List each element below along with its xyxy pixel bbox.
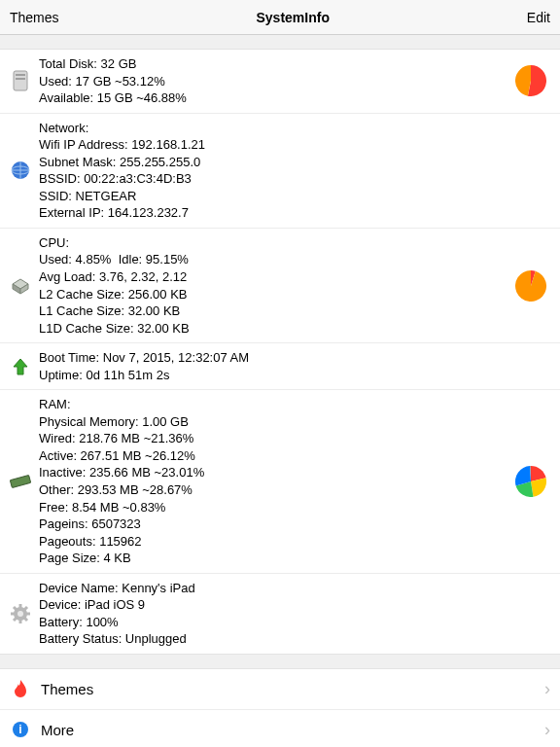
- menu-label: More: [33, 722, 539, 738]
- svg-line-16: [14, 607, 17, 610]
- gear-icon: [6, 604, 35, 623]
- section-gap: [0, 35, 560, 49]
- section-gap: [0, 655, 560, 668]
- svg-text:i: i: [18, 723, 21, 736]
- nav-back[interactable]: Themes: [10, 10, 59, 25]
- device-row[interactable]: Device Name: Kenny's iPadDevice: iPad iO…: [0, 574, 560, 654]
- info-icon: i: [8, 721, 33, 738]
- cpu-chart: [511, 270, 550, 302]
- cpu-row[interactable]: CPU:Used: 4.85% Idle: 95.15%Avg Load: 3.…: [0, 229, 560, 343]
- globe-icon: [6, 160, 35, 180]
- uptime-arrow-icon: [6, 357, 35, 376]
- svg-rect-2: [16, 78, 25, 80]
- disk-text: Total Disk: 32 GBUsed: 17 GB ~53.12%Avai…: [35, 55, 511, 107]
- navbar: Themes SystemInfo Edit: [0, 0, 560, 35]
- ram-text: RAM:Physical Memory: 1.00 GBWired: 218.7…: [35, 396, 511, 566]
- menu-more[interactable]: i More ›: [0, 710, 560, 747]
- flame-icon: [8, 679, 33, 698]
- disk-row[interactable]: Total Disk: 32 GBUsed: 17 GB ~53.12%Avai…: [0, 50, 560, 114]
- ram-icon: [6, 475, 35, 488]
- svg-rect-1: [16, 74, 25, 76]
- device-text: Device Name: Kenny's iPadDevice: iPad iO…: [35, 580, 511, 648]
- network-text: Network:Wifi IP Address: 192.168.1.21Sub…: [35, 120, 511, 222]
- svg-line-17: [24, 618, 27, 621]
- menu-label: Themes: [33, 681, 539, 697]
- chevron-right-icon: ›: [539, 720, 550, 740]
- svg-marker-8: [14, 359, 27, 374]
- svg-point-11: [18, 611, 23, 617]
- svg-line-19: [14, 618, 17, 621]
- cpu-text: CPU:Used: 4.85% Idle: 95.15%Avg Load: 3.…: [35, 234, 511, 337]
- uptime-text: Boot Time: Nov 7, 2015, 12:32:07 AMUptim…: [35, 349, 511, 383]
- uptime-row[interactable]: Boot Time: Nov 7, 2015, 12:32:07 AMUptim…: [0, 343, 560, 390]
- ram-chart: [511, 466, 550, 497]
- svg-rect-9: [10, 476, 30, 488]
- info-group: Total Disk: 32 GBUsed: 17 GB ~53.12%Avai…: [0, 49, 560, 655]
- menu-group: Themes › i More › Other Apps › News ›: [0, 668, 560, 747]
- svg-line-18: [24, 607, 27, 610]
- chevron-right-icon: ›: [539, 679, 550, 699]
- chip-icon: [6, 276, 35, 296]
- nav-title: SystemInfo: [256, 10, 329, 25]
- disk-chart: [511, 65, 550, 96]
- menu-themes[interactable]: Themes ›: [0, 669, 560, 710]
- nav-edit[interactable]: Edit: [527, 10, 550, 25]
- disk-icon: [6, 70, 35, 91]
- ram-row[interactable]: RAM:Physical Memory: 1.00 GBWired: 218.7…: [0, 390, 560, 573]
- network-row[interactable]: Network:Wifi IP Address: 192.168.1.21Sub…: [0, 114, 560, 229]
